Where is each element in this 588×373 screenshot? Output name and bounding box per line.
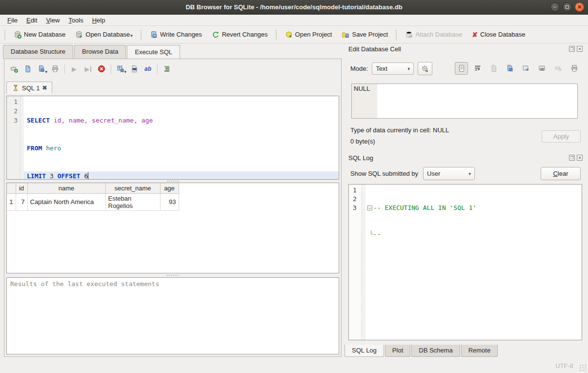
word-wrap-button[interactable] xyxy=(471,62,484,75)
format-sql-button[interactable] xyxy=(161,63,173,75)
minimize-icon[interactable]: − xyxy=(550,2,560,12)
apply-button[interactable]: Apply xyxy=(542,130,581,143)
save-sql-file-button[interactable]: ▾ xyxy=(36,63,47,75)
close-icon[interactable]: ✕ xyxy=(577,155,583,161)
column-header-id[interactable]: id xyxy=(16,183,27,193)
text-mode-button[interactable] xyxy=(455,62,468,75)
tab-browse-data[interactable]: Browse Data xyxy=(74,45,126,59)
close-database-button[interactable]: ✘ Close Database xyxy=(467,29,529,41)
sql-editor[interactable]: 1 2 3 SELECT id, name, secret_name, age … xyxy=(6,96,339,180)
execute-sql-page: ▾ ▶ ▶ ▾ xyxy=(4,59,342,357)
dock-tab-remote[interactable]: Remote xyxy=(461,345,498,357)
import-cell-data-button[interactable] xyxy=(487,62,500,75)
dock-tab-db-schema[interactable]: DB Schema xyxy=(411,345,460,357)
set-null-icon xyxy=(554,64,562,72)
float-icon[interactable]: ❐ xyxy=(569,46,575,52)
toolbar-drag-handle[interactable] xyxy=(395,29,398,40)
export-results-button[interactable]: ▾ xyxy=(115,63,126,75)
save-sql-dropdown-icon[interactable]: ▾ xyxy=(45,69,47,75)
word-wrap-icon xyxy=(474,64,482,72)
cell-name[interactable]: Captain North America xyxy=(27,193,105,210)
export-cell-data-button[interactable] xyxy=(503,62,516,75)
open-project-button[interactable]: Open Project xyxy=(281,29,337,41)
table-export-icon xyxy=(117,65,124,73)
row-header[interactable]: 1 xyxy=(7,193,16,210)
menu-tools[interactable]: Tools xyxy=(64,16,87,25)
tab-database-structure[interactable]: Database Structure xyxy=(3,45,73,59)
close-database-icon: ✘ xyxy=(472,31,478,39)
attach-database-button[interactable]: Attach Database xyxy=(401,29,466,41)
text-cursor xyxy=(88,172,88,179)
export-dropdown-icon[interactable]: ▾ xyxy=(124,69,126,75)
print-sql-button[interactable] xyxy=(49,63,61,75)
column-header-age[interactable]: age xyxy=(160,183,179,193)
execute-all-button[interactable]: ▶ xyxy=(68,63,80,75)
collapse-icon[interactable]: − xyxy=(367,206,372,210)
chevron-down-icon: ▾ xyxy=(468,171,471,176)
link-icon xyxy=(538,64,546,72)
set-null-button[interactable] xyxy=(551,62,565,75)
menubar: File Edit View Tools Help xyxy=(0,15,588,26)
column-header-name[interactable]: name xyxy=(27,183,105,193)
close-icon[interactable]: ✕ xyxy=(577,46,583,52)
column-header-secret-name[interactable]: secret_name xyxy=(105,183,160,193)
attach-database-icon xyxy=(405,31,413,39)
line-number: 3 xyxy=(7,116,18,125)
find-replace-button[interactable]: ab xyxy=(142,63,154,75)
revert-changes-button[interactable]: Revert Changes xyxy=(207,29,272,41)
toolbar-drag-handle[interactable] xyxy=(4,29,6,40)
float-icon[interactable]: ❐ xyxy=(569,155,575,161)
clear-log-button[interactable]: Clear xyxy=(541,167,581,180)
open-in-external-button[interactable] xyxy=(519,62,532,75)
line-number: 2 xyxy=(353,195,361,204)
maximize-icon[interactable] xyxy=(563,2,572,12)
write-changes-button[interactable]: Write Changes xyxy=(145,29,206,41)
close-icon[interactable]: ✕ xyxy=(575,2,584,12)
toolbar-drag-handle[interactable] xyxy=(140,29,142,40)
menu-view[interactable]: View xyxy=(41,16,64,25)
save-project-button[interactable]: Save Project xyxy=(337,29,392,41)
line-number: 2 xyxy=(7,106,18,116)
cell-id[interactable]: 7 xyxy=(16,193,27,210)
splitter-handle[interactable] xyxy=(6,274,339,277)
new-database-icon xyxy=(14,31,21,39)
resize-grip[interactable] xyxy=(579,364,586,371)
sql-log-title: SQL Log xyxy=(348,154,373,162)
line-number: 1 xyxy=(7,97,18,106)
log-line-number-gutter: 1 2 3 xyxy=(349,185,362,340)
menu-edit[interactable]: Edit xyxy=(22,16,41,25)
auto-switch-mode-button[interactable] xyxy=(418,62,432,75)
sql-log-filter-select[interactable]: User ▾ xyxy=(423,167,475,180)
results-grid[interactable]: id name secret_name age 1 7 Captain Nort… xyxy=(6,183,339,273)
tab-execute-sql[interactable]: Execute SQL xyxy=(127,45,180,59)
mode-value: Text xyxy=(376,65,387,72)
sql-log-view[interactable]: 1 2 3 −-- EXECUTING ALL IN 'SQL 1' └-- xyxy=(348,184,582,340)
menu-file[interactable]: File xyxy=(3,16,22,25)
menu-help[interactable]: Help xyxy=(88,16,110,25)
execution-results-pane[interactable]: Results of the last executed statements xyxy=(6,277,339,354)
new-database-button[interactable]: New Database xyxy=(9,29,70,41)
sql-log-filter-value: User xyxy=(427,170,440,177)
cell-secret-name[interactable]: Esteban Rogelios xyxy=(105,193,160,210)
mode-select[interactable]: Text ▾ xyxy=(372,62,414,75)
tab-sql-1[interactable]: SQL 1 ✖ xyxy=(6,82,52,94)
execute-current-line-button[interactable]: ▶ xyxy=(82,63,94,75)
open-sql-file-button[interactable] xyxy=(22,63,34,75)
toolbar-separator xyxy=(157,64,158,74)
window-title: DB Browser for SQLite - /home/user/code/… xyxy=(185,3,402,11)
print-cell-button[interactable] xyxy=(568,62,581,75)
cell-value-editor[interactable]: NULL xyxy=(351,83,578,119)
open-sql-tab-button[interactable] xyxy=(8,63,20,75)
close-tab-icon[interactable]: ✖ xyxy=(42,84,47,91)
open-database-dropdown-icon[interactable]: ▾ xyxy=(130,33,133,39)
stop-execution-button[interactable] xyxy=(96,63,107,75)
dock-tab-plot[interactable]: Plot xyxy=(385,345,410,357)
dock-tab-sql-log[interactable]: SQL Log xyxy=(345,345,384,357)
find-button[interactable] xyxy=(128,63,140,75)
corner-header[interactable] xyxy=(7,183,16,193)
open-database-button[interactable]: Open Database ▾ xyxy=(71,29,137,41)
cell-age[interactable]: 93 xyxy=(160,193,179,210)
toolbar-drag-handle[interactable] xyxy=(275,29,278,40)
copy-link-button[interactable] xyxy=(535,62,548,75)
sql-code-area[interactable]: SELECT id, name, secret_name, age FROM h… xyxy=(24,96,339,179)
